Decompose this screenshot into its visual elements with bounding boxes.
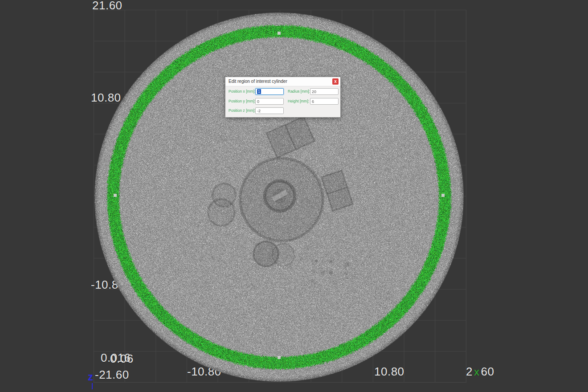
height-field[interactable] xyxy=(310,98,339,105)
edit-roi-cylinder-dialog: Edit region of interest cylinder x Posit… xyxy=(225,77,341,118)
position-y-label: Position y [mm]: xyxy=(229,98,255,105)
ct-slice-canvas-with-roi-ring[interactable] xyxy=(0,0,588,392)
dialog-title: Edit region of interest cylinder xyxy=(229,77,287,86)
position-x-selected-value: 1 xyxy=(257,89,261,94)
position-y-field[interactable] xyxy=(255,98,284,105)
close-icon[interactable]: x xyxy=(332,78,339,85)
slice-viewport: 21.60 10.80 -10.8 -21.60 -10.80 10.80 2 … xyxy=(0,0,588,392)
position-x-field[interactable]: 1 xyxy=(255,88,284,95)
radius-field[interactable] xyxy=(310,88,339,95)
height-label: Height [mm]: xyxy=(288,98,309,105)
position-x-label: Position x [mm]: xyxy=(229,88,255,95)
dialog-body: Position x [mm]: 1 Position y [mm]: Posi… xyxy=(225,86,340,117)
radius-label: Radius [mm]: xyxy=(288,88,310,95)
position-z-field[interactable] xyxy=(255,107,284,114)
dialog-titlebar[interactable]: Edit region of interest cylinder x xyxy=(225,77,340,86)
position-z-label: Position z [mm]: xyxy=(229,107,255,114)
